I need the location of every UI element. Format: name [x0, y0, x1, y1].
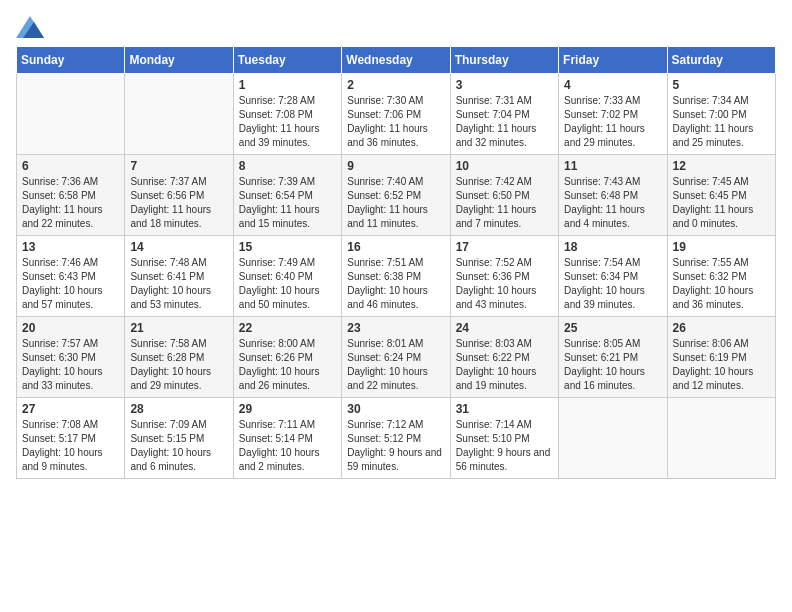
calendar-cell: 28Sunrise: 7:09 AMSunset: 5:15 PMDayligh…: [125, 398, 233, 479]
day-number: 23: [347, 321, 444, 335]
calendar-week-row: 20Sunrise: 7:57 AMSunset: 6:30 PMDayligh…: [17, 317, 776, 398]
day-number: 11: [564, 159, 661, 173]
day-info: Sunrise: 7:51 AMSunset: 6:38 PMDaylight:…: [347, 256, 444, 312]
day-info: Sunrise: 7:37 AMSunset: 6:56 PMDaylight:…: [130, 175, 227, 231]
calendar-cell: 12Sunrise: 7:45 AMSunset: 6:45 PMDayligh…: [667, 155, 775, 236]
day-info: Sunrise: 7:58 AMSunset: 6:28 PMDaylight:…: [130, 337, 227, 393]
day-info: Sunrise: 7:39 AMSunset: 6:54 PMDaylight:…: [239, 175, 336, 231]
calendar-cell: 30Sunrise: 7:12 AMSunset: 5:12 PMDayligh…: [342, 398, 450, 479]
day-info: Sunrise: 7:55 AMSunset: 6:32 PMDaylight:…: [673, 256, 770, 312]
calendar-header-row: SundayMondayTuesdayWednesdayThursdayFrid…: [17, 47, 776, 74]
day-number: 5: [673, 78, 770, 92]
calendar-cell: [125, 74, 233, 155]
day-of-week-header: Friday: [559, 47, 667, 74]
calendar-cell: 2Sunrise: 7:30 AMSunset: 7:06 PMDaylight…: [342, 74, 450, 155]
day-number: 6: [22, 159, 119, 173]
day-info: Sunrise: 7:52 AMSunset: 6:36 PMDaylight:…: [456, 256, 553, 312]
day-info: Sunrise: 7:49 AMSunset: 6:40 PMDaylight:…: [239, 256, 336, 312]
calendar-cell: 24Sunrise: 8:03 AMSunset: 6:22 PMDayligh…: [450, 317, 558, 398]
day-number: 10: [456, 159, 553, 173]
day-info: Sunrise: 8:00 AMSunset: 6:26 PMDaylight:…: [239, 337, 336, 393]
day-number: 24: [456, 321, 553, 335]
day-of-week-header: Wednesday: [342, 47, 450, 74]
day-info: Sunrise: 7:09 AMSunset: 5:15 PMDaylight:…: [130, 418, 227, 474]
logo: [16, 16, 48, 38]
calendar-cell: 27Sunrise: 7:08 AMSunset: 5:17 PMDayligh…: [17, 398, 125, 479]
calendar-cell: 1Sunrise: 7:28 AMSunset: 7:08 PMDaylight…: [233, 74, 341, 155]
calendar-cell: [17, 74, 125, 155]
day-info: Sunrise: 7:14 AMSunset: 5:10 PMDaylight:…: [456, 418, 553, 474]
day-info: Sunrise: 8:05 AMSunset: 6:21 PMDaylight:…: [564, 337, 661, 393]
calendar-cell: 8Sunrise: 7:39 AMSunset: 6:54 PMDaylight…: [233, 155, 341, 236]
calendar-cell: 25Sunrise: 8:05 AMSunset: 6:21 PMDayligh…: [559, 317, 667, 398]
day-info: Sunrise: 7:08 AMSunset: 5:17 PMDaylight:…: [22, 418, 119, 474]
day-number: 13: [22, 240, 119, 254]
calendar-cell: 29Sunrise: 7:11 AMSunset: 5:14 PMDayligh…: [233, 398, 341, 479]
day-number: 31: [456, 402, 553, 416]
calendar-week-row: 13Sunrise: 7:46 AMSunset: 6:43 PMDayligh…: [17, 236, 776, 317]
calendar-week-row: 1Sunrise: 7:28 AMSunset: 7:08 PMDaylight…: [17, 74, 776, 155]
calendar-cell: 10Sunrise: 7:42 AMSunset: 6:50 PMDayligh…: [450, 155, 558, 236]
day-number: 16: [347, 240, 444, 254]
day-info: Sunrise: 7:48 AMSunset: 6:41 PMDaylight:…: [130, 256, 227, 312]
calendar-cell: 14Sunrise: 7:48 AMSunset: 6:41 PMDayligh…: [125, 236, 233, 317]
day-info: Sunrise: 7:40 AMSunset: 6:52 PMDaylight:…: [347, 175, 444, 231]
day-number: 12: [673, 159, 770, 173]
calendar-cell: [559, 398, 667, 479]
day-number: 8: [239, 159, 336, 173]
calendar-cell: [667, 398, 775, 479]
day-info: Sunrise: 7:45 AMSunset: 6:45 PMDaylight:…: [673, 175, 770, 231]
day-info: Sunrise: 7:36 AMSunset: 6:58 PMDaylight:…: [22, 175, 119, 231]
day-number: 4: [564, 78, 661, 92]
logo-icon: [16, 16, 44, 38]
calendar-cell: 19Sunrise: 7:55 AMSunset: 6:32 PMDayligh…: [667, 236, 775, 317]
page-header: [16, 16, 776, 38]
calendar-week-row: 6Sunrise: 7:36 AMSunset: 6:58 PMDaylight…: [17, 155, 776, 236]
day-number: 7: [130, 159, 227, 173]
calendar-cell: 13Sunrise: 7:46 AMSunset: 6:43 PMDayligh…: [17, 236, 125, 317]
calendar-cell: 7Sunrise: 7:37 AMSunset: 6:56 PMDaylight…: [125, 155, 233, 236]
day-number: 14: [130, 240, 227, 254]
day-info: Sunrise: 8:03 AMSunset: 6:22 PMDaylight:…: [456, 337, 553, 393]
day-number: 2: [347, 78, 444, 92]
calendar-cell: 23Sunrise: 8:01 AMSunset: 6:24 PMDayligh…: [342, 317, 450, 398]
day-info: Sunrise: 7:57 AMSunset: 6:30 PMDaylight:…: [22, 337, 119, 393]
calendar-cell: 16Sunrise: 7:51 AMSunset: 6:38 PMDayligh…: [342, 236, 450, 317]
day-number: 27: [22, 402, 119, 416]
day-of-week-header: Tuesday: [233, 47, 341, 74]
calendar-cell: 22Sunrise: 8:00 AMSunset: 6:26 PMDayligh…: [233, 317, 341, 398]
calendar-cell: 31Sunrise: 7:14 AMSunset: 5:10 PMDayligh…: [450, 398, 558, 479]
day-number: 20: [22, 321, 119, 335]
day-info: Sunrise: 7:34 AMSunset: 7:00 PMDaylight:…: [673, 94, 770, 150]
day-number: 25: [564, 321, 661, 335]
day-number: 17: [456, 240, 553, 254]
day-number: 21: [130, 321, 227, 335]
calendar-table: SundayMondayTuesdayWednesdayThursdayFrid…: [16, 46, 776, 479]
day-info: Sunrise: 7:31 AMSunset: 7:04 PMDaylight:…: [456, 94, 553, 150]
calendar-cell: 21Sunrise: 7:58 AMSunset: 6:28 PMDayligh…: [125, 317, 233, 398]
day-info: Sunrise: 7:43 AMSunset: 6:48 PMDaylight:…: [564, 175, 661, 231]
day-number: 3: [456, 78, 553, 92]
day-info: Sunrise: 7:28 AMSunset: 7:08 PMDaylight:…: [239, 94, 336, 150]
calendar-cell: 3Sunrise: 7:31 AMSunset: 7:04 PMDaylight…: [450, 74, 558, 155]
day-of-week-header: Thursday: [450, 47, 558, 74]
day-info: Sunrise: 7:54 AMSunset: 6:34 PMDaylight:…: [564, 256, 661, 312]
day-number: 15: [239, 240, 336, 254]
calendar-cell: 20Sunrise: 7:57 AMSunset: 6:30 PMDayligh…: [17, 317, 125, 398]
calendar-cell: 4Sunrise: 7:33 AMSunset: 7:02 PMDaylight…: [559, 74, 667, 155]
day-of-week-header: Monday: [125, 47, 233, 74]
day-number: 19: [673, 240, 770, 254]
calendar-cell: 9Sunrise: 7:40 AMSunset: 6:52 PMDaylight…: [342, 155, 450, 236]
calendar-week-row: 27Sunrise: 7:08 AMSunset: 5:17 PMDayligh…: [17, 398, 776, 479]
day-of-week-header: Sunday: [17, 47, 125, 74]
day-info: Sunrise: 7:11 AMSunset: 5:14 PMDaylight:…: [239, 418, 336, 474]
day-number: 26: [673, 321, 770, 335]
day-number: 22: [239, 321, 336, 335]
day-number: 9: [347, 159, 444, 173]
day-of-week-header: Saturday: [667, 47, 775, 74]
calendar-cell: 17Sunrise: 7:52 AMSunset: 6:36 PMDayligh…: [450, 236, 558, 317]
calendar-cell: 6Sunrise: 7:36 AMSunset: 6:58 PMDaylight…: [17, 155, 125, 236]
day-number: 30: [347, 402, 444, 416]
calendar-cell: 5Sunrise: 7:34 AMSunset: 7:00 PMDaylight…: [667, 74, 775, 155]
day-info: Sunrise: 7:46 AMSunset: 6:43 PMDaylight:…: [22, 256, 119, 312]
